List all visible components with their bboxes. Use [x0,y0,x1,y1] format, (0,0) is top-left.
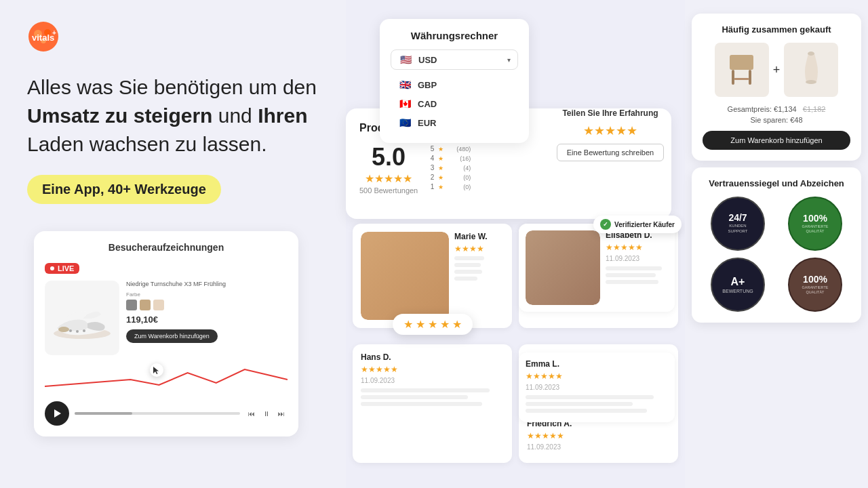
live-badge: LIVE [45,263,79,274]
review-stars-emma: ★★★★★ [526,371,668,381]
verified-check-icon: ✓ [600,219,611,230]
tagline-badge: Eine App, 40+ Werkzeuge [27,175,221,204]
skip-back-button[interactable]: ⏮ [245,407,258,420]
right-review-column: Elisabeth D. ★★★★★ 11.09.2023 ✓ Verifizi… [519,224,675,422]
star-4-icon: ★ [438,155,443,162]
reviewer-name-marie: Marie W. [454,232,488,241]
overlay-star: ★ [416,318,425,331]
gbp-label: GBP [418,80,437,90]
progress-fill [75,412,132,415]
reviewer-photo-marie [361,232,449,320]
svg-rect-15 [734,78,749,80]
product-price: 119,10€ [126,314,288,325]
currency-widget: Währungsrechner 🇺🇸 USD ▾ 🇬🇧 GBP 🇨🇦 CAD 🇪… [380,19,529,143]
eur-label: EUR [418,118,436,128]
bar-row-1: 1 ★ (0) [429,183,471,190]
review-card-hans: Hans D. ★★★★★ 11.09.2023 [353,344,512,463]
review-date-emma: 11.09.2023 [526,384,668,391]
reviewer-name-hans: Hans D. [361,352,504,362]
live-dot [50,266,54,270]
review-stars-elisabeth: ★★★★★ [606,243,668,252]
visitor-widget-title: Besucheraufzeichnungen [45,242,288,253]
star-5-icon: ★ [438,146,443,152]
left-section: vitals + Alles was Sie benötigen um den … [0,0,346,488]
eur-option[interactable]: 🇪🇺 EUR [391,113,518,132]
color-option-beige[interactable] [140,300,151,310]
bar-row-5: 5 ★ (480) [429,145,471,152]
freq-savings: Sie sparen: €48 [703,116,850,124]
frequently-bought-widget: Häufig zusammen gekauft + [692,14,861,161]
rating-bars: 5 ★ (480) 4 ★ (16) 3 [429,145,471,195]
trust-badge-247: 24/7 KUNDENSUPPORT [711,197,765,251]
bar-row-2: 2 ★ (0) [429,174,471,181]
dropdown-chevron: ▾ [507,56,511,64]
overlay-star: ★ [452,318,462,331]
svg-point-7 [58,327,69,332]
gbp-flag: 🇬🇧 [397,79,412,90]
svg-rect-14 [749,70,751,85]
cad-label: CAD [418,99,437,109]
review-stars-hans: ★★★★★ [361,365,504,374]
star-1-icon: ★ [438,184,443,190]
review-date-elisabeth: 11.09.2023 [606,255,668,262]
shoe-image [45,281,119,355]
review-date-hans: 11.09.2023 [361,377,504,384]
svg-rect-12 [730,55,753,70]
currency-dropdown[interactable]: 🇺🇸 USD ▾ [391,49,518,70]
eur-flag: 🇪🇺 [397,117,412,128]
gbp-option[interactable]: 🇬🇧 GBP [391,75,518,94]
svg-text:vitals: vitals [32,33,54,43]
trust-badge-100-brown: 100% GARANTIERTEQUALITÄT [788,258,842,312]
skip-forward-button[interactable]: ⏭ [275,407,288,420]
logo: vitals + [27,20,319,53]
svg-point-17 [808,52,814,56]
svg-point-10 [83,329,85,332]
verified-label: Verifizierter Käufer [614,221,675,228]
write-review-button[interactable]: Eine Bewertung schreiben [557,144,664,161]
reviewer-photo-elisabeth [526,230,600,305]
overall-rating: 5.0 [359,145,418,169]
color-option-grey[interactable] [126,300,137,310]
headline: Alles was Sie benötigen um den Umsatz zu… [27,73,319,159]
review-stars-friedrich: ★★★★★ [527,431,670,441]
add-to-cart-freq-button[interactable]: Zum Warenkorb hinzufügen [703,131,850,150]
freq-products: + [703,43,850,97]
plus-icon: + [773,63,781,77]
cad-option[interactable]: 🇨🇦 CAD [391,94,518,113]
color-label: Farbe [126,291,288,298]
verified-buyer-badge: ✓ Verifizierter Käufer [593,216,682,233]
overlay-star: ★ [403,318,413,331]
pause-button[interactable]: ⏸ [260,407,273,420]
add-to-cart-small-button[interactable]: Zum Warenkorb hinzufügen [126,329,218,343]
bar-row-4: 4 ★ (16) [429,155,471,162]
overlay-star: ★ [428,318,437,331]
currency-title: Währungsrechner [391,30,518,41]
rating-overlay-marie: ★ ★ ★ ★ ★ [393,314,473,335]
color-options [126,300,288,310]
selected-currency: USD [418,55,437,65]
star-2-icon: ★ [438,174,443,181]
control-buttons: ⏮ ⏸ ⏭ [245,407,288,420]
bar-row-3: 3 ★ (4) [429,164,471,171]
review-stars-marie: ★★★★ [454,244,488,253]
color-option-light[interactable] [153,300,164,310]
review-card-elisabeth: Elisabeth D. ★★★★★ 11.09.2023 ✓ Verifizi… [519,224,675,312]
freq-title: Häufig zusammen gekauft [703,24,850,35]
review-count: 500 Bewertungen [359,186,418,195]
share-stars[interactable]: ★★★★★ [556,123,665,138]
review-card-emma: Emma L. ★★★★★ 11.09.2023 [519,352,675,422]
progress-bar[interactable] [75,412,240,415]
play-button[interactable] [45,401,69,426]
play-icon [54,409,61,418]
reviews-summary: 5.0 ★★★★★ 500 Bewertungen 5 ★ (480) 4 [359,145,471,195]
review-date-friedrich: 11.09.2023 [527,443,670,451]
trust-badge-aplus: A+ BEWERTUNG [711,258,765,312]
product-details: Niedrige Turnschuhe X3 MF Frühling Farbe… [126,281,288,343]
recording-content: Niedrige Turnschuhe X3 MF Frühling Farbe… [45,281,288,355]
overlay-star: ★ [440,318,450,331]
trust-badges-grid: 24/7 KUNDENSUPPORT 100% GARANTIERTEQUALI… [703,197,850,312]
share-section: Teilen Sie Ihre Erfahrung ★★★★★ Eine Bew… [556,108,665,161]
svg-point-9 [76,330,79,333]
right-section: Häufig zusammen gekauft + [685,0,868,488]
review-card-marie: Marie W. ★★★★ ★ ★ ★ ★ ★ [353,224,512,328]
